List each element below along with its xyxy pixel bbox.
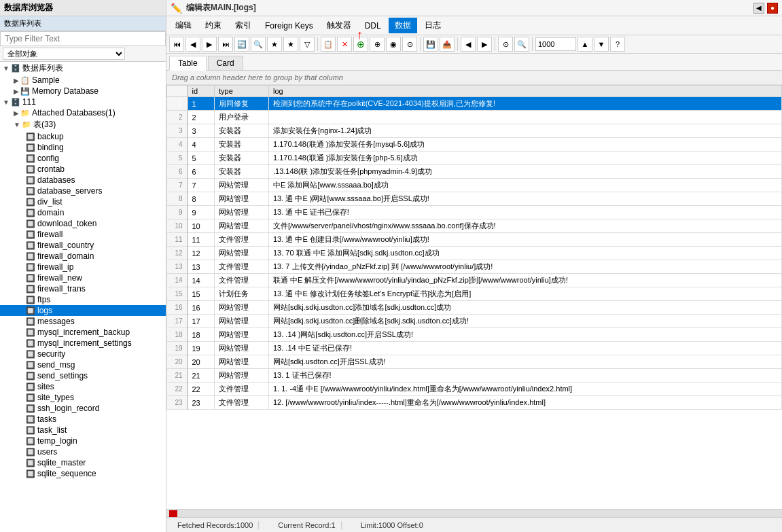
menu-constraints[interactable]: 约束 xyxy=(199,18,228,33)
table-row[interactable]: 12 12 网站管理 13. 70 联通 中E 添加网站[sdkj.sdkj.u… xyxy=(167,247,782,260)
btn-limit-down[interactable]: ▼ xyxy=(594,37,609,52)
tree-item-binding[interactable]: 🔲 binding xyxy=(0,142,166,153)
col-header-id[interactable]: id xyxy=(188,86,215,97)
tree-item-mysql-increment-backup[interactable]: 🔲 mysql_increment_backup xyxy=(0,327,166,338)
tab-table[interactable]: Table xyxy=(169,56,207,71)
btn-circle[interactable]: ◉ xyxy=(386,37,401,52)
btn-export[interactable]: 📤 xyxy=(440,37,455,52)
tree-item-tasks[interactable]: 🔲 tasks xyxy=(0,414,166,425)
table-row[interactable]: 17 17 网站管理 网站[sdkj.sdkj.usdton.cc]删除域名[s… xyxy=(167,315,782,328)
table-row[interactable]: 9 9 网站管理 13. 通 中E 证书已保存! xyxy=(167,206,782,219)
table-row[interactable]: 23 23 文件管理 12. [/www/wwwroot/yinliu/inde… xyxy=(167,396,782,410)
tree-item-security[interactable]: 🔲 security xyxy=(0,349,166,359)
menu-ddl[interactable]: DDL xyxy=(359,19,387,33)
table-row[interactable]: 19 19 网站管理 13. .14 中E 证书已保存! xyxy=(167,342,782,355)
col-header-type[interactable]: type xyxy=(215,86,269,97)
table-row[interactable]: 18 18 网站管理 13. .14 )网站[sdkj.usdton.cc]开启… xyxy=(167,328,782,342)
btn-add[interactable]: ⊕ ↑ xyxy=(353,37,368,52)
tree-item-crontab[interactable]: 🔲 crontab xyxy=(0,164,166,175)
tree-item-111[interactable]: ▼ 🗄️ 111 xyxy=(0,96,166,107)
table-row[interactable]: 8 8 网站管理 13. 通 中E )网站[www.sssaaa.bo]开启SS… xyxy=(167,192,782,206)
col-header-log[interactable]: log xyxy=(269,86,782,97)
menu-triggers[interactable]: 触发器 xyxy=(321,18,357,33)
table-row[interactable]: 20 20 网站管理 网站[sdkj.usdton.cc]开启SSL成功! xyxy=(167,355,782,369)
table-row[interactable]: 7 7 网站管理 中E 添加网站[www.sssaaa.bo]成功 xyxy=(167,179,782,192)
btn-help[interactable]: ? xyxy=(610,37,625,52)
btn-refresh[interactable]: 🔄 xyxy=(234,37,249,52)
table-row[interactable]: 6 6 安装器 .13.148(联 )添加安装任务[phpmyadmin-4.9… xyxy=(167,165,782,179)
table-row[interactable]: 2 2 用户登录 xyxy=(167,111,782,124)
expand-sample[interactable]: ▶ xyxy=(14,77,19,84)
btn-prev[interactable]: ◀ xyxy=(185,37,200,52)
tree-item-temp-login[interactable]: 🔲 temp_login xyxy=(0,436,166,446)
btn-first[interactable]: ⏮ xyxy=(169,37,184,52)
tab-card[interactable]: Card xyxy=(208,56,243,70)
btn-circle3[interactable]: ⊙ xyxy=(498,37,513,52)
table-row[interactable]: 1 1 扇同修复 检测到您的系统中存在polkit(CVE-2021-4034)… xyxy=(167,97,782,111)
tree-item-ssh-login-record[interactable]: 🔲 ssh_login_record xyxy=(0,403,166,414)
tree-item-domain[interactable]: 🔲 domain xyxy=(0,207,166,218)
table-row[interactable]: 21 21 网站管理 13. 1 证书已保存! xyxy=(167,369,782,383)
tree-item-firewall-trans[interactable]: 🔲 firewall_trans xyxy=(0,283,166,294)
tree-item-backup[interactable]: 🔲 backup xyxy=(0,131,166,142)
btn-left[interactable]: ◀ xyxy=(461,37,476,52)
btn-circle2[interactable]: ⊙ xyxy=(402,37,417,52)
tree-item-memdb[interactable]: ▶ 💾 Memory Database xyxy=(0,86,166,96)
tree-item-firewall-domain[interactable]: 🔲 firewall_domain xyxy=(0,251,166,262)
menu-log[interactable]: 日志 xyxy=(419,18,447,33)
table-row[interactable]: 22 22 文件管理 1. 1. -4通 中E [/www/wwwroot/yi… xyxy=(167,383,782,396)
tree-item-div-list[interactable]: 🔲 div_list xyxy=(0,196,166,207)
tree-item-sqlite-sequence[interactable]: 🔲 sqlite_sequence xyxy=(0,468,166,479)
tree-item-sample[interactable]: ▶ 📋 Sample xyxy=(0,75,166,86)
menu-index[interactable]: 索引 xyxy=(229,18,257,33)
back-button[interactable]: ◀ xyxy=(753,3,764,14)
tree-root[interactable]: ▼ 🗄️ 数据库列表 xyxy=(0,62,166,75)
expand-root[interactable]: ▼ xyxy=(3,65,10,72)
filter-input[interactable] xyxy=(0,31,166,46)
tree-item-firewall-ip[interactable]: 🔲 firewall_ip xyxy=(0,262,166,272)
tree-item-databases[interactable]: 🔲 databases xyxy=(0,175,166,185)
tree-item-task-list[interactable]: 🔲 task_list xyxy=(0,425,166,436)
tree-item-site-types[interactable]: 🔲 site_types xyxy=(0,392,166,403)
btn-save[interactable]: 💾 xyxy=(423,37,438,52)
table-row[interactable]: 11 11 文件管理 13. 通 中E 创建目录[/www/wwwroot/yi… xyxy=(167,233,782,247)
tree-item-messages[interactable]: 🔲 messages xyxy=(0,316,166,327)
table-row[interactable]: 13 13 文件管理 13. 7 上传文件[/yindao_pNzFkf.zip… xyxy=(167,260,782,274)
btn-next[interactable]: ▶ xyxy=(202,37,217,52)
table-row[interactable]: 3 3 安装器 添加安装任务[nginx-1.24]成功 xyxy=(167,124,782,138)
table-row[interactable]: 4 4 安装器 1.170.148(联通 )添加安装任务[mysql-5.6]成… xyxy=(167,138,782,152)
btn-magnify[interactable]: 🔍 xyxy=(514,37,529,52)
table-area[interactable]: id type log 1 1 扇同修复 检测到您的系统中存在polkit(CV… xyxy=(166,85,782,509)
btn-star1[interactable]: ★ xyxy=(267,37,282,52)
limit-input[interactable] xyxy=(535,37,576,51)
btn-right[interactable]: ▶ xyxy=(477,37,492,52)
tree-item-send-settings[interactable]: 🔲 send_settings xyxy=(0,370,166,381)
tree-item-ftps[interactable]: 🔲 ftps xyxy=(0,294,166,305)
expand-tables[interactable]: ▼ xyxy=(14,121,20,128)
cancel-button[interactable]: ● xyxy=(767,3,778,14)
table-row[interactable]: 15 15 计划任务 13. 通 中E 修改计划任务续签Let's Encryp… xyxy=(167,287,782,301)
expand-memdb[interactable]: ▶ xyxy=(14,88,19,95)
btn-filter[interactable]: ▽ xyxy=(300,37,315,52)
btn-star2[interactable]: ★ xyxy=(283,37,298,52)
btn-add2[interactable]: ⊕ xyxy=(370,37,385,52)
tree-item-firewall-new[interactable]: 🔲 firewall_new xyxy=(0,272,166,283)
expand-111[interactable]: ▼ xyxy=(3,99,10,106)
tree-item-database-servers[interactable]: 🔲 database_servers xyxy=(0,185,166,196)
tree-item-sites[interactable]: 🔲 sites xyxy=(0,381,166,392)
btn-delete[interactable]: ✕ xyxy=(337,37,352,52)
menu-edit[interactable]: 编辑 xyxy=(169,18,198,33)
tree-item-firewall[interactable]: 🔲 firewall xyxy=(0,229,166,240)
btn-last[interactable]: ⏭ xyxy=(218,37,233,52)
scroll-bar[interactable] xyxy=(166,509,782,517)
tree-item-logs[interactable]: 🔲 logs xyxy=(0,305,166,316)
tree-item-mysql-increment-settings[interactable]: 🔲 mysql_increment_settings xyxy=(0,338,166,349)
btn-copy[interactable]: 📋 xyxy=(321,37,336,52)
tree-item-attached[interactable]: ▶ 📁 Attached Databases(1) xyxy=(0,107,166,118)
table-row[interactable]: 5 5 安装器 1.170.148(联通 )添加安装任务[php-5.6]成功 xyxy=(167,152,782,165)
tree-item-download-token[interactable]: 🔲 download_token xyxy=(0,218,166,229)
tree-item-sqlite-master[interactable]: 🔲 sqlite_master xyxy=(0,457,166,468)
expand-attached[interactable]: ▶ xyxy=(14,109,19,117)
tree-item-tables[interactable]: ▼ 📁 表(33) xyxy=(0,118,166,131)
btn-limit-up[interactable]: ▲ xyxy=(577,37,592,52)
